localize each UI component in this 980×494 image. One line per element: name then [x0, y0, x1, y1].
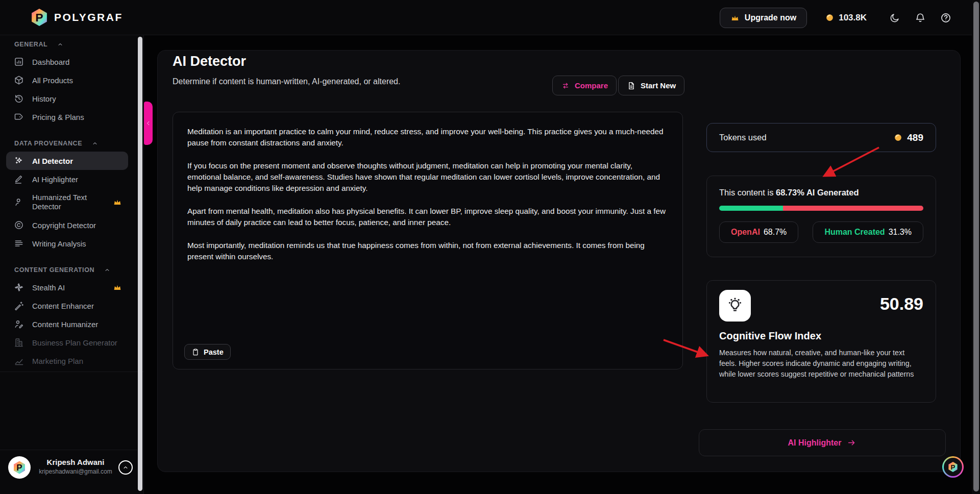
building-icon	[14, 337, 24, 348]
chevron-left-icon	[145, 120, 151, 126]
polygraf-logo-icon	[947, 461, 959, 473]
sidebar-item-dashboard[interactable]: Dashboard	[6, 53, 128, 71]
sparkles-icon	[14, 156, 24, 166]
chevron-up-icon	[122, 464, 129, 471]
ai-verdict-card: This content is 68.73% AI Generated Open…	[706, 176, 936, 257]
polygraf-logo-icon	[30, 8, 49, 27]
sidebar-item-writing-analysis[interactable]: Writing Analysis	[6, 234, 128, 253]
sidebar-item-copyright-detector[interactable]: Copyright Detector	[6, 216, 128, 234]
chevron-up-icon	[91, 140, 99, 147]
dashboard-icon	[14, 57, 24, 67]
swap-arrows-icon	[561, 81, 570, 90]
page-scrollbar[interactable]	[972, 0, 980, 494]
writing-lines-icon	[14, 238, 24, 249]
meter-human-segment	[719, 206, 783, 211]
page-title: AI Detector	[173, 54, 246, 69]
compare-button[interactable]: Compare	[552, 76, 617, 95]
user-menu-toggle[interactable]	[118, 460, 133, 475]
sidebar-item-content-enhancer[interactable]: Content Enhancer	[6, 297, 128, 315]
section-general[interactable]: GENERAL	[0, 39, 137, 50]
human-score-value: 31.3%	[889, 228, 912, 237]
history-icon	[14, 93, 24, 104]
token-balance[interactable]: 103.8K	[825, 13, 867, 23]
sidebar-item-humanized-text-detector[interactable]: Humanized Text Detector	[6, 188, 128, 216]
tokens-used-card: Tokens used 489	[706, 123, 936, 152]
copyright-icon	[14, 220, 24, 230]
sidebar: GENERAL Dashboard All Products History P…	[0, 35, 144, 494]
sidebar-item-business-plan-generator[interactable]: Business Plan Generator	[6, 333, 128, 352]
tokens-used-value: 489	[907, 132, 923, 143]
sidebar-item-history[interactable]: History	[6, 89, 128, 108]
user-name: Kripesh Adwani	[33, 458, 118, 466]
polygraf-assistant-button[interactable]	[942, 456, 964, 478]
ai-detector-panel: AI Detector Determine if content is huma…	[157, 50, 961, 472]
user-pen-icon	[14, 319, 24, 329]
chevron-up-icon	[104, 266, 111, 274]
paste-button[interactable]: Paste	[184, 344, 231, 360]
section-content-generation[interactable]: CONTENT GENERATION	[0, 265, 137, 275]
document-paragraph: If you focus on the present moment and o…	[187, 160, 668, 194]
cube-icon	[14, 75, 24, 85]
meter-ai-segment	[783, 206, 923, 211]
sidebar-item-ai-highlighter[interactable]: AI Highlighter	[6, 170, 128, 188]
nav-divider	[0, 372, 144, 372]
shuriken-icon	[14, 282, 24, 292]
magic-wand-icon	[14, 301, 24, 311]
avatar	[8, 456, 31, 479]
sidebar-item-marketing-plan[interactable]: Marketing Plan	[6, 352, 128, 366]
sidebar-scrollbar[interactable]	[138, 37, 142, 491]
token-balance-value: 103.8K	[839, 13, 867, 23]
chevron-up-icon	[57, 41, 64, 48]
highlighter-pen-icon	[14, 174, 24, 184]
brand-name: POLYGRAF	[54, 11, 123, 23]
upgrade-now-label: Upgrade now	[745, 13, 796, 22]
verdict-text: This content is 68.73% AI Generated	[719, 188, 923, 197]
document-paragraph: Apart from mental health, meditation als…	[187, 206, 668, 228]
start-new-button[interactable]: Start New	[618, 76, 684, 95]
sidebar-collapse-handle[interactable]	[144, 102, 153, 145]
crown-pro-icon	[113, 283, 122, 292]
ai-human-meter	[719, 206, 923, 211]
sidebar-nav: GENERAL Dashboard All Products History P…	[0, 35, 137, 366]
brand-logo[interactable]: POLYGRAF	[30, 8, 123, 27]
openai-score-pill: OpenAI 68.7%	[719, 221, 798, 243]
human-score-pill: Human Created 31.3%	[813, 221, 923, 243]
user-menu[interactable]: Kripesh Adwani kripeshadwani@gmail.com	[0, 450, 137, 494]
notifications-bell-icon[interactable]	[915, 12, 926, 23]
cfi-description: Measures how natural, creative, and huma…	[719, 348, 923, 380]
help-icon[interactable]	[940, 12, 951, 23]
theme-moon-icon[interactable]	[889, 12, 900, 23]
sidebar-item-stealth-ai[interactable]: Stealth AI	[6, 278, 128, 297]
sidebar-item-pricing-plans[interactable]: Pricing & Plans	[6, 108, 128, 126]
tag-icon	[14, 112, 24, 122]
coin-icon	[894, 133, 902, 142]
cfi-title: Cognitive Flow Index	[719, 330, 923, 342]
tokens-used-label: Tokens used	[719, 133, 767, 142]
user-icon	[14, 197, 24, 207]
cognitive-flow-index-card: 50.89 Cognitive Flow Index Measures how …	[706, 280, 936, 403]
sidebar-item-ai-detector[interactable]: AI Detector	[6, 152, 128, 170]
page-scrollbar-thumb[interactable]	[973, 2, 979, 491]
section-data-provenance[interactable]: DATA PROVENANCE	[0, 138, 137, 149]
sidebar-item-all-products[interactable]: All Products	[6, 71, 128, 89]
page-subtitle: Determine if content is human-written, A…	[173, 77, 400, 86]
upgrade-now-button[interactable]: Upgrade now	[720, 8, 807, 28]
lightbulb-icon	[719, 290, 751, 322]
openai-score-value: 68.7%	[764, 228, 787, 237]
cfi-score: 50.89	[880, 294, 923, 314]
document-input-panel[interactable]: Meditation is an important practice to c…	[173, 112, 683, 369]
user-email: kripeshadwani@gmail.com	[33, 468, 118, 475]
sidebar-item-content-humanizer[interactable]: Content Humanizer	[6, 315, 128, 333]
clipboard-icon	[191, 348, 200, 356]
crown-icon	[730, 13, 740, 22]
document-paragraph: Meditation is an important practice to c…	[187, 126, 668, 149]
document-icon	[627, 81, 636, 90]
arrow-right-icon	[847, 438, 856, 448]
coin-icon	[825, 13, 834, 22]
ai-highlighter-link[interactable]: AI Highlighter	[699, 429, 946, 456]
top-bar: POLYGRAF Upgrade now 103.8K	[0, 0, 980, 35]
document-paragraph: Most importantly, meditation reminds us …	[187, 240, 668, 262]
chart-icon	[14, 356, 24, 366]
crown-pro-icon	[113, 197, 122, 207]
